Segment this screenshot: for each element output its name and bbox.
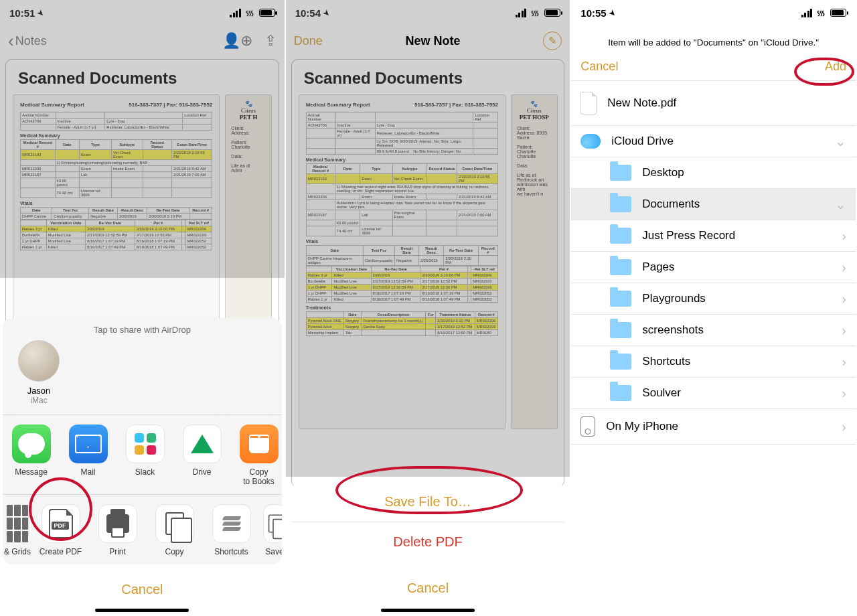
action-save[interactable]: Save: [260, 504, 282, 556]
chevron-down-icon: ⌄: [835, 196, 846, 212]
filename: New Note.pdf: [607, 96, 676, 110]
screenshot-share-sheet: 10:51➤ ᯾ ‹Notes 👤⊕ ⇪ Scanned Documents M…: [0, 0, 286, 616]
save-file-to-button[interactable]: Save File To…: [291, 482, 565, 522]
cancel-button[interactable]: Cancel: [291, 568, 565, 608]
location-icon: ➤: [35, 7, 46, 18]
share-mail[interactable]: Mail: [60, 425, 116, 486]
screenshot-pdf-actions: 10:54➤ ᯾ Done New Note ✎ Scanned Documen…: [286, 0, 572, 616]
back-button[interactable]: ‹Notes: [8, 31, 47, 52]
folder-icon: [610, 259, 631, 275]
location-icloud-drive[interactable]: iCloud Drive ⌄: [571, 126, 856, 157]
airdrop-header: Tap to share with AirDrop: [3, 318, 282, 340]
status-time: 10:55➤: [580, 7, 615, 19]
note-title: Scanned Documents: [292, 60, 564, 94]
cancel-button[interactable]: Cancel: [3, 570, 282, 609]
note-title: Scanned Documents: [6, 60, 279, 94]
cancel-button[interactable]: Cancel: [580, 60, 618, 74]
airdrop-name: Jason: [27, 386, 51, 396]
share-actions-row[interactable]: & Grids PDFCreate PDF Print Copy Shortcu…: [3, 495, 282, 564]
location-icon: ➤: [321, 7, 332, 18]
cell-signal-icon: [230, 9, 241, 17]
scanned-pages-strip[interactable]: Medical Summary Report 916-383-7357 | Fa…: [292, 94, 564, 429]
note-content: Scanned Documents Medical Summary Report…: [291, 59, 565, 487]
chevron-right-icon: ›: [842, 228, 846, 244]
home-indicator[interactable]: [95, 609, 189, 612]
nav-bar: ‹Notes 👤⊕ ⇪: [0, 25, 285, 56]
status-time: 10:54➤: [295, 7, 329, 19]
share-icon[interactable]: ⇪: [264, 32, 277, 50]
delete-pdf-button[interactable]: Delete PDF: [291, 522, 565, 562]
destination-hint: Item will be added to "Documents" on "iC…: [571, 25, 856, 60]
location-icon: ➤: [607, 7, 617, 18]
chevron-right-icon: ›: [842, 260, 846, 275]
add-person-icon[interactable]: 👤⊕: [222, 32, 252, 50]
folder-soulver[interactable]: Soulver ›: [571, 378, 856, 409]
done-button[interactable]: Done: [294, 34, 323, 48]
folder-icon: [610, 291, 631, 307]
chevron-right-icon: ›: [842, 323, 846, 338]
folder-icon: [610, 322, 631, 338]
nav-bar: Done New Note ✎: [286, 25, 570, 56]
iphone-icon: [580, 416, 595, 437]
folder-just-press-record[interactable]: Just Press Record ›: [571, 220, 856, 252]
file-to-save: New Note.pdf: [571, 80, 856, 126]
chevron-right-icon: ›: [842, 354, 846, 370]
airdrop-device: iMac: [30, 396, 47, 405]
folder-icon: [610, 354, 631, 370]
status-time: 10:51➤: [9, 7, 44, 19]
folder-pages[interactable]: Pages ›: [571, 252, 856, 283]
battery-icon: [544, 9, 560, 17]
chevron-right-icon: ›: [842, 419, 846, 435]
folder-documents[interactable]: Documents ⌄: [571, 189, 856, 220]
add-button[interactable]: Add: [825, 60, 846, 74]
nav-bar: Cancel Add: [571, 60, 856, 80]
battery-icon: [259, 9, 275, 17]
nav-title: New Note: [323, 34, 544, 48]
share-books[interactable]: Copy to Books: [230, 425, 282, 486]
action-print[interactable]: Print: [89, 504, 146, 556]
share-drive[interactable]: Drive: [173, 425, 230, 486]
wifi-icon: ᯾: [245, 7, 255, 19]
folder-screenshots[interactable]: screenshots ›: [571, 315, 856, 346]
scanned-page-side[interactable]: 🐾CitrusPET HOSP Client:Address: 8935Sacr…: [511, 94, 558, 429]
chevron-right-icon: ›: [842, 291, 846, 307]
chevron-right-icon: ›: [842, 386, 846, 401]
share-message[interactable]: Message: [3, 425, 60, 486]
folder-playgrounds[interactable]: Playgrounds ›: [571, 283, 856, 315]
cell-signal-icon: [516, 9, 527, 17]
battery-icon: [830, 9, 846, 17]
folder-icon: [610, 196, 631, 212]
chevron-down-icon: ⌄: [835, 133, 846, 149]
scanned-page-main[interactable]: Medical Summary Report 916-383-7357 | Fa…: [299, 94, 505, 429]
share-sheet: Tap to share with AirDrop Jason iMac Mes…: [0, 318, 285, 616]
status-bar: 10:54➤ ᯾: [286, 0, 570, 25]
cell-signal-icon: [801, 9, 813, 17]
folder-shortcuts[interactable]: Shortcuts ›: [571, 346, 856, 378]
action-shortcuts[interactable]: Shortcuts: [203, 504, 260, 556]
pdf-action-sheet: Save File To… Delete PDF Cancel: [291, 482, 565, 608]
action-create-pdf[interactable]: PDFCreate PDF: [32, 504, 89, 556]
folder-desktop[interactable]: Desktop: [571, 157, 856, 189]
screenshot-files-save: 10:55➤ ᯾ Item will be added to "Document…: [571, 0, 857, 616]
avatar: [18, 340, 60, 382]
action-grids[interactable]: & Grids: [3, 504, 32, 556]
share-slack[interactable]: Slack: [116, 425, 173, 486]
airdrop-contact[interactable]: Jason iMac: [3, 340, 63, 414]
location-on-my-iphone[interactable]: On My iPhone ›: [571, 409, 856, 445]
file-icon: [580, 92, 597, 114]
action-copy[interactable]: Copy: [146, 504, 203, 556]
wifi-icon: ᯾: [530, 7, 540, 19]
folder-icon: [610, 385, 631, 401]
wifi-icon: ᯾: [816, 7, 826, 19]
status-bar: 10:51➤ ᯾: [0, 0, 285, 25]
folder-icon: [610, 165, 631, 181]
share-apps-row[interactable]: Message Mail Slack Drive Copy to Books: [3, 415, 282, 494]
status-bar: 10:55➤ ᯾: [571, 0, 856, 25]
markup-icon[interactable]: ✎: [543, 31, 562, 50]
icloud-icon: [580, 134, 601, 149]
folder-icon: [610, 228, 631, 244]
home-indicator[interactable]: [381, 609, 475, 612]
